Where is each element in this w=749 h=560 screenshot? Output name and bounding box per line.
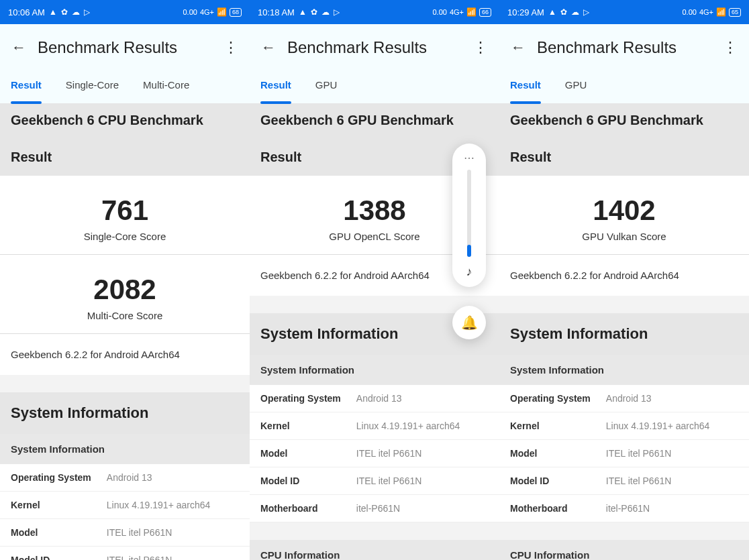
system-info-subhead: System Information: [499, 355, 749, 385]
status-time: 10:29 AM: [507, 7, 544, 17]
table-row: Model IDITEL itel P661N: [0, 547, 250, 560]
signal-icon: 📶: [466, 7, 477, 17]
table-row: KernelLinux 4.19.191+ aarch64: [499, 412, 749, 440]
benchmark-heading: Geekbench 6 GPU Benchmark: [250, 103, 499, 137]
table-row: Operating SystemAndroid 13: [0, 464, 250, 492]
page-title: Benchmark Results: [38, 38, 223, 57]
signal-label: 4G+: [200, 8, 214, 16]
result-subheading: Result: [499, 137, 749, 176]
status-time: 10:18 AM: [258, 7, 295, 17]
back-button[interactable]: ←: [11, 40, 27, 56]
score-label: GPU Vulkan Score: [499, 231, 749, 242]
more-menu-button[interactable]: ⋮: [722, 40, 738, 56]
status-bar: 10:29 AM ▲ ✿ ☁ ▷ 0.00 4G+ 📶 65: [499, 0, 749, 24]
content-area[interactable]: Geekbench 6 CPU Benchmark Result 761 Sin…: [0, 103, 250, 560]
battery-icon: 66: [479, 8, 491, 17]
tab-gpu[interactable]: GPU: [315, 71, 350, 103]
music-note-icon[interactable]: ♪: [466, 265, 472, 279]
play-icon: ▷: [583, 7, 589, 17]
status-time: 10:06 AM: [8, 7, 45, 17]
volume-more-icon[interactable]: ⋯: [464, 152, 475, 164]
score-gpu: 1402 GPU Vulkan Score: [499, 176, 749, 254]
score-value: 761: [0, 194, 250, 227]
screen-gpu-opencl: 10:18 AM ▲ ✿ ☁ ▷ 0.00 4G+ 📶 66 ← Benchma…: [250, 0, 499, 560]
cloud-icon: ☁: [571, 7, 579, 17]
warning-icon: ▲: [548, 7, 556, 17]
more-menu-button[interactable]: ⋮: [223, 40, 239, 56]
settings-icon: ✿: [61, 7, 68, 17]
tab-multi-core[interactable]: Multi-Core: [143, 71, 201, 103]
cpu-info-subhead: CPU Information: [250, 540, 499, 560]
notification-button[interactable]: 🔔: [452, 306, 486, 339]
score-single: 761 Single-Core Score: [0, 176, 250, 254]
score-multi: 2082 Multi-Core Score: [0, 255, 250, 333]
more-menu-button[interactable]: ⋮: [472, 40, 489, 56]
system-info-heading: System Information: [499, 313, 749, 355]
benchmark-heading: Geekbench 6 GPU Benchmark: [499, 103, 749, 137]
volume-slider[interactable]: ⋯ ♪: [452, 144, 486, 287]
table-row: KernelLinux 4.19.191+ aarch64: [250, 412, 499, 440]
back-button[interactable]: ←: [260, 40, 277, 56]
battery-icon: 68: [230, 8, 242, 17]
app-bar: ← Benchmark Results ⋮: [0, 24, 250, 71]
table-row: KernelLinux 4.19.191+ aarch64: [0, 492, 250, 519]
tab-gpu[interactable]: GPU: [565, 71, 599, 103]
app-bar: ← Benchmark Results ⋮: [250, 24, 499, 71]
play-icon: ▷: [84, 7, 90, 17]
signal-label: 4G+: [699, 8, 713, 16]
table-row: Operating SystemAndroid 13: [250, 385, 499, 412]
content-area[interactable]: Geekbench 6 GPU Benchmark Result 1402 GP…: [499, 103, 749, 560]
net-speed: 0.00: [183, 8, 197, 16]
status-bar: 10:18 AM ▲ ✿ ☁ ▷ 0.00 4G+ 📶 66: [250, 0, 499, 24]
table-row: Operating SystemAndroid 13: [499, 385, 749, 412]
table-row: Model IDITEL itel P661N: [250, 467, 499, 495]
system-info-subhead: System Information: [0, 434, 250, 464]
tab-result[interactable]: Result: [260, 71, 303, 103]
screen-cpu: 10:06 AM ▲ ✿ ☁ ▷ 0.00 4G+ 📶 68 ← Benchma…: [0, 0, 250, 560]
tab-bar: Result GPU: [499, 71, 749, 103]
signal-label: 4G+: [450, 8, 464, 16]
score-label: Single-Core Score: [0, 231, 250, 242]
table-row: ModelITEL itel P661N: [0, 519, 250, 547]
score-label: Multi-Core Score: [0, 310, 250, 321]
page-title: Benchmark Results: [287, 38, 472, 57]
system-info-subhead: System Information: [250, 355, 499, 385]
volume-track[interactable]: [467, 170, 471, 257]
signal-icon: 📶: [716, 7, 726, 17]
warning-icon: ▲: [49, 7, 57, 17]
score-value: 1402: [499, 194, 749, 227]
tab-result[interactable]: Result: [11, 71, 54, 103]
warning-icon: ▲: [299, 7, 307, 17]
play-icon: ▷: [334, 7, 340, 17]
volume-fill: [467, 245, 471, 257]
bell-icon: 🔔: [461, 315, 478, 331]
tab-bar: Result Single-Core Multi-Core: [0, 71, 250, 103]
table-row: Motherboarditel-P661N: [250, 495, 499, 522]
settings-icon: ✿: [311, 7, 317, 17]
system-info-heading: System Information: [0, 392, 250, 434]
back-button[interactable]: ←: [510, 40, 526, 56]
version-text: Geekbench 6.2.2 for Android AArch64: [499, 255, 749, 296]
cloud-icon: ☁: [321, 7, 330, 17]
settings-icon: ✿: [560, 7, 567, 17]
net-speed: 0.00: [682, 8, 696, 16]
cloud-icon: ☁: [72, 7, 80, 17]
tab-result[interactable]: Result: [510, 71, 553, 103]
tab-bar: Result GPU: [250, 71, 499, 103]
app-bar: ← Benchmark Results ⋮: [499, 24, 749, 71]
signal-icon: 📶: [217, 7, 227, 17]
benchmark-heading: Geekbench 6 CPU Benchmark: [0, 103, 250, 137]
status-bar: 10:06 AM ▲ ✿ ☁ ▷ 0.00 4G+ 📶 68: [0, 0, 250, 24]
table-row: Model IDITEL itel P661N: [499, 467, 749, 495]
net-speed: 0.00: [432, 8, 446, 16]
page-title: Benchmark Results: [537, 38, 722, 57]
version-text: Geekbench 6.2.2 for Android AArch64: [0, 334, 250, 375]
screen-gpu-vulkan: 10:29 AM ▲ ✿ ☁ ▷ 0.00 4G+ 📶 65 ← Benchma…: [499, 0, 749, 560]
table-row: Motherboarditel-P661N: [499, 495, 749, 522]
score-value: 2082: [0, 274, 250, 306]
battery-icon: 65: [729, 8, 741, 17]
result-subheading: Result: [0, 137, 250, 176]
tab-single-core[interactable]: Single-Core: [66, 71, 131, 103]
cpu-info-subhead: CPU Information: [499, 540, 749, 560]
table-row: ModelITEL itel P661N: [499, 440, 749, 467]
